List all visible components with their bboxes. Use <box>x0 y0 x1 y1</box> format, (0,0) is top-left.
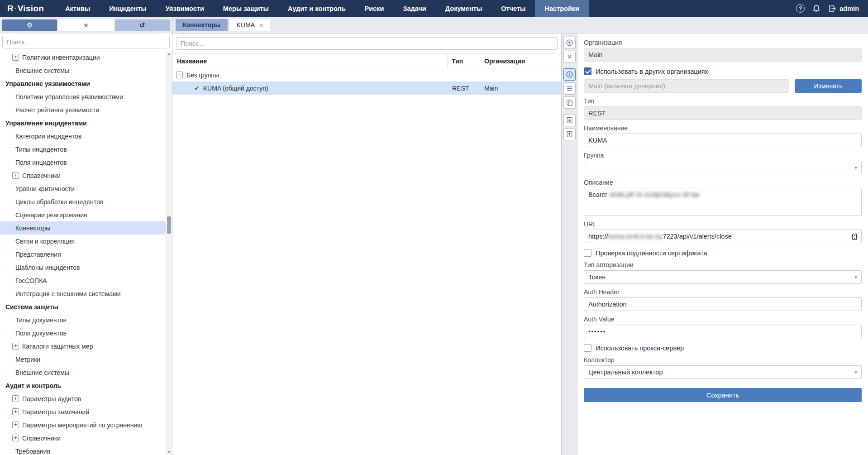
list-search-input[interactable] <box>176 37 558 50</box>
tree-item[interactable]: Сценарии реагирования <box>0 208 166 221</box>
close-icon[interactable]: × <box>259 22 263 29</box>
description-textarea[interactable]: Bearer xR4kLj8f 1h 2o3ijDslkjcxv 90 kje <box>584 188 862 216</box>
proxy-row[interactable]: Использовать прокси-сервер <box>584 344 862 352</box>
nav-item[interactable]: Активы <box>56 0 100 17</box>
tree-item[interactable]: Типы инцидентов <box>0 143 166 156</box>
scroll-thumb[interactable] <box>167 216 171 234</box>
download-icon-button[interactable] <box>563 114 576 126</box>
tree-item[interactable]: +Справочники <box>0 431 166 445</box>
nav-item[interactable]: Уязвимости <box>156 0 214 17</box>
user-menu[interactable]: admin <box>828 5 859 13</box>
collapse-icon[interactable]: − <box>176 72 183 78</box>
tree-item[interactable]: Поля документов <box>0 326 166 340</box>
help-icon[interactable]: ? <box>796 4 805 13</box>
tree-item[interactable]: Типы документов <box>0 313 166 326</box>
scroll-up-icon[interactable]: ▲ <box>166 51 172 57</box>
expand-icon[interactable]: + <box>12 421 19 428</box>
expand-icon[interactable]: + <box>12 343 19 350</box>
nav-item[interactable]: Задачи <box>393 0 435 17</box>
expand-icon[interactable]: + <box>12 408 19 415</box>
auth-type-select[interactable]: Токен ▾ <box>584 270 862 284</box>
tree-item-label: Типы инцидентов <box>15 146 67 153</box>
expand-icon[interactable]: + <box>12 172 19 179</box>
app-logo[interactable]: R·Vision <box>0 0 56 17</box>
table-row[interactable]: ✔KUMA (общий доступ)RESTMain <box>172 81 561 95</box>
sidebar-scrollbar[interactable]: ▲ ▼ <box>166 51 172 455</box>
tree-item[interactable]: +Параметры мероприятий по устранению <box>0 418 166 431</box>
tree-item[interactable]: Метрики <box>0 353 166 366</box>
bell-icon[interactable] <box>812 5 820 13</box>
tree-item[interactable]: Представления <box>0 248 166 261</box>
tree-item[interactable]: Шаблоны инцидентов <box>0 261 166 274</box>
auth-value-input[interactable] <box>584 325 862 338</box>
expand-icon[interactable]: + <box>12 435 19 441</box>
url-input[interactable]: https://kuma-srv8.it.loc.lq:7223/api/v1/… <box>584 230 862 243</box>
tree-item-label: Сценарии реагирования <box>15 211 87 219</box>
tree-item-label: Шаблоны инцидентов <box>15 264 80 271</box>
cert-check-checkbox[interactable] <box>584 249 591 257</box>
expand-icon[interactable]: + <box>12 54 19 61</box>
nav-item[interactable]: Меры защиты <box>214 0 278 17</box>
upload-icon-button[interactable] <box>563 128 576 140</box>
nav-item[interactable]: Документы <box>436 0 492 17</box>
change-org-button[interactable]: Изменить <box>795 79 862 93</box>
tree-item[interactable]: Уровни критичности <box>0 182 166 195</box>
tree-item[interactable]: Связи и корреляция <box>0 235 166 248</box>
tree-item-label: Метрики <box>15 356 40 363</box>
tree-item[interactable]: +Политики инвентаризации <box>0 51 166 64</box>
tree-item[interactable]: Расчет рейтинга уязвимости <box>0 103 166 116</box>
sidebar-tab-settings[interactable]: ⚙ <box>2 19 57 31</box>
copy-icon-button[interactable] <box>563 96 576 109</box>
nav-item[interactable]: Отчеты <box>491 0 535 17</box>
tree-item[interactable]: Коннекторы <box>0 221 166 235</box>
use-in-orgs-row[interactable]: Использовать в других организациях <box>584 67 862 75</box>
group-select[interactable]: ▾ <box>584 161 862 174</box>
add-icon-button[interactable] <box>563 37 576 49</box>
use-in-orgs-checkbox[interactable] <box>584 67 591 75</box>
nav-item[interactable]: Инциденты <box>100 0 156 17</box>
tree-item[interactable]: Поля инцидентов <box>0 156 166 169</box>
sidebar-tab-favorites[interactable]: ★ <box>58 19 113 31</box>
tree-item[interactable]: Интеграция с внешними системами <box>0 287 166 300</box>
tree-item[interactable]: Циклы обработки инцидентов <box>0 195 166 208</box>
type-input <box>584 106 862 120</box>
list-icon-button[interactable] <box>563 82 576 95</box>
info-icon-button[interactable] <box>563 68 576 81</box>
tree-item[interactable]: Категории инцидентов <box>0 129 166 143</box>
nav-item[interactable]: Аудит и контроль <box>278 0 355 17</box>
group-row[interactable]: − Без группы <box>172 68 561 81</box>
column-header-name[interactable]: Название <box>172 54 447 68</box>
sidebar-tab-history[interactable]: ↺ <box>115 19 170 31</box>
column-header-type[interactable]: Тип <box>447 54 480 68</box>
sidebar-search-input[interactable] <box>2 36 170 48</box>
close-icon-button[interactable] <box>563 51 576 63</box>
tree-item[interactable]: +Справочники <box>0 169 166 182</box>
logout-icon[interactable] <box>828 5 836 13</box>
expand-icon[interactable]: + <box>12 395 19 402</box>
save-button[interactable]: Сохранить <box>584 388 862 402</box>
use-in-orgs-label: Использовать в других организациях <box>596 68 708 75</box>
list-toolbar <box>562 34 577 455</box>
nav-item[interactable]: Риски <box>355 0 394 17</box>
tree-item[interactable]: Внешние системы <box>0 64 166 77</box>
collector-select[interactable]: Центральный коллектор ▾ <box>584 365 862 379</box>
tree-item[interactable]: +Параметры аудитов <box>0 392 166 405</box>
name-input[interactable] <box>584 134 862 147</box>
tree-item-label: Представления <box>15 251 61 258</box>
nav-item[interactable]: Настройки <box>535 0 589 17</box>
tree-item[interactable]: Политики управления уязвимостями <box>0 90 166 103</box>
auth-header-input[interactable] <box>584 297 862 311</box>
tree-item[interactable]: +Каталоги защитных мер <box>0 340 166 353</box>
tree-item[interactable]: ГосСОПКА <box>0 274 166 287</box>
variables-icon[interactable]: {;} <box>851 233 857 240</box>
tree-item[interactable]: Требования <box>0 445 166 455</box>
scroll-down-icon[interactable]: ▼ <box>166 449 172 455</box>
cert-check-row[interactable]: Проверка подлинности сертификата <box>584 249 862 257</box>
tree-item[interactable]: Внешние системы <box>0 366 166 379</box>
tab-kuma[interactable]: KUMA × <box>230 19 270 31</box>
tree-item[interactable]: +Параметры замечаний <box>0 405 166 418</box>
tab-connectors[interactable]: Коннекторы <box>176 19 228 31</box>
auth-value-label: Auth Value <box>584 316 862 323</box>
column-header-org[interactable]: Организация <box>480 54 561 68</box>
proxy-checkbox[interactable] <box>584 344 591 352</box>
